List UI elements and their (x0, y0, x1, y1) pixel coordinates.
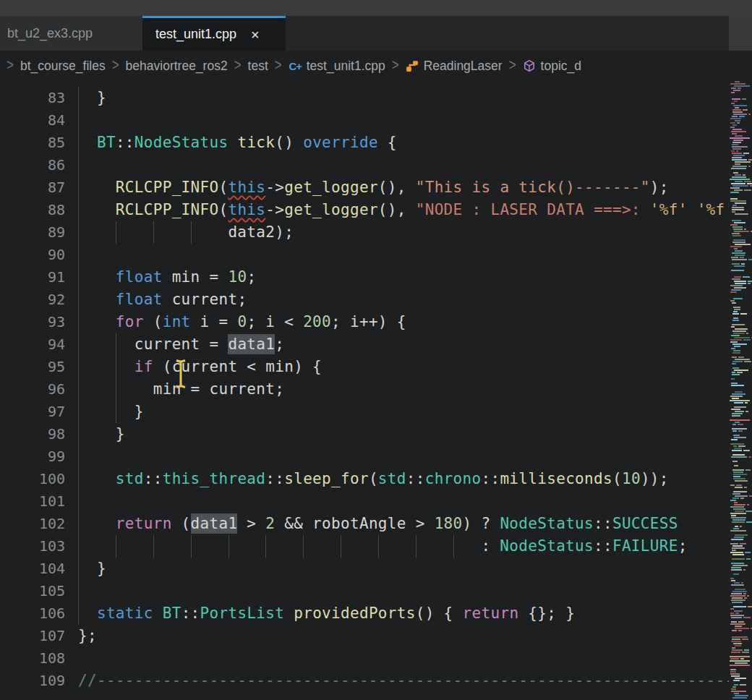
breadcrumb-item-folder[interactable]: behaviortree_ros2 (126, 59, 228, 74)
code-token: override (303, 134, 378, 151)
code-token: float (116, 291, 163, 308)
code-text: return (data1 > 2 && robotAngle > 180) ?… (78, 513, 678, 535)
code-line[interactable]: 91 float min = 10; (0, 266, 729, 289)
code-token (284, 605, 294, 622)
line-number: 108 (0, 647, 65, 670)
code-text: RCLCPP_INFO(this->get_logger(), "NODE : … (78, 199, 729, 221)
breadcrumb-item-file[interactable]: test_unit1.cpp (307, 59, 385, 74)
code-line[interactable]: 87 RCLCPP_INFO(this->get_logger(), "This… (0, 176, 729, 199)
code-token (78, 268, 116, 286)
code-text: for (int i = 0; i < 200; i++) { (78, 311, 406, 333)
code-token (78, 537, 481, 555)
breadcrumb-item-folder[interactable]: bt_course_files (20, 59, 106, 74)
code-token: { (378, 134, 397, 151)
code-token: static (97, 605, 153, 622)
line-number: 86 (0, 154, 65, 176)
code-line[interactable]: 92 float current; (0, 289, 729, 311)
line-number: 95 (0, 356, 65, 378)
line-number: 84 (0, 109, 65, 132)
code-token: 0 (237, 313, 247, 330)
code-text: } (78, 87, 106, 109)
indent-guide-icon (78, 445, 79, 468)
code-line[interactable]: 105 (0, 580, 729, 602)
code-line[interactable]: 90 (0, 244, 729, 266)
code-token: 10 (228, 268, 247, 286)
code-line[interactable]: 107}; (0, 625, 729, 647)
code-text: float min = 10; (78, 266, 256, 289)
code-line[interactable]: 95 if (current < min) { (0, 356, 729, 378)
line-number: 107 (0, 625, 65, 647)
breadcrumb-item-class[interactable]: ReadingLaser (424, 59, 503, 74)
line-number: 102 (0, 513, 65, 535)
tab-test_unit1[interactable]: test_unit1.cpp × (142, 16, 286, 51)
code-token: } (78, 560, 106, 577)
code-token: std (116, 470, 144, 487)
line-number: 101 (0, 490, 65, 513)
code-line[interactable]: 94 current = data1; (0, 333, 729, 356)
code-token: ( (144, 313, 163, 330)
symbol-field-icon (523, 59, 537, 73)
close-icon[interactable]: × (248, 27, 262, 42)
code-text: RCLCPP_INFO(this->get_logger(), "This is… (78, 176, 669, 199)
code-token: -> (265, 201, 284, 218)
code-line[interactable]: 85 BT::NodeStatus tick() override { (0, 132, 729, 154)
minimap[interactable] (729, 81, 752, 700)
code-line[interactable]: 84 (0, 109, 729, 132)
code-token: (), (378, 179, 416, 196)
code-text: } (78, 423, 125, 445)
code-text: static BT::PortsList providedPorts() { r… (78, 602, 575, 625)
code-line[interactable]: 98 } (0, 423, 729, 445)
code-line[interactable]: 106 static BT::PortsList providedPorts()… (0, 602, 729, 625)
code-token: :: (406, 470, 425, 487)
code-token: ; i++) { (331, 313, 406, 330)
code-line[interactable]: 83 } (0, 87, 729, 109)
code-token: RCLCPP_INFO (116, 201, 219, 218)
breadcrumb-item-folder[interactable]: test (248, 59, 268, 74)
code-text: } (78, 558, 106, 580)
code-line[interactable]: 93 for (int i = 0; i < 200; i++) { (0, 311, 729, 333)
code-token: current = (78, 336, 228, 353)
code-line[interactable]: 100 std::this_thread::sleep_for(std::chr… (0, 468, 729, 490)
code-line[interactable]: 108 (0, 647, 729, 670)
line-number: 92 (0, 289, 65, 311)
code-token: FAILURE (612, 537, 678, 555)
code-token: : (481, 537, 500, 555)
code-token: ; (678, 537, 688, 555)
code-token (78, 291, 116, 308)
code-line[interactable]: 97 } (0, 401, 729, 423)
breadcrumb-item-symbol[interactable]: topic_d (541, 59, 581, 74)
code-line[interactable]: 102 return (data1 > 2 && robotAngle > 18… (0, 513, 729, 535)
code-text: //--------------------------------------… (78, 670, 729, 692)
line-number: 87 (0, 176, 65, 199)
code-token: float (116, 268, 163, 286)
code-token: :: (481, 470, 500, 487)
code-line[interactable]: 104 } (0, 558, 729, 580)
code-token: ) ? (463, 515, 500, 532)
code-line[interactable]: 101 (0, 490, 729, 513)
code-line[interactable]: 96 min = current; (0, 378, 729, 401)
code-token: BT (97, 134, 116, 151)
code-token: 180 (435, 515, 463, 532)
code-token: > (237, 515, 265, 532)
code-line[interactable]: 86 (0, 154, 729, 176)
code-text: current = data1; (78, 333, 284, 356)
breadcrumb: > bt_course_files > behaviortree_ros2 > … (0, 51, 752, 81)
code-text: std::this_thread::sleep_for(std::chrono:… (78, 468, 669, 490)
tab-bt_u2_ex3[interactable]: bt_u2_ex3.cpp (0, 16, 142, 51)
chevron-right-icon: > (234, 57, 242, 75)
chevron-right-icon: > (275, 57, 282, 75)
code-line[interactable]: 88 RCLCPP_INFO(this->get_logger(), "NODE… (0, 199, 729, 221)
code-token: (), (378, 201, 416, 218)
code-token: -> (265, 179, 284, 196)
code-token: //--------------------------------------… (78, 672, 729, 689)
code-line[interactable]: 109//-----------------------------------… (0, 670, 729, 692)
code-line[interactable]: 99 (0, 445, 729, 468)
code-editor[interactable]: 83 }8485 BT::NodeStatus tick() override … (0, 81, 729, 700)
code-token: std (378, 470, 406, 487)
code-line[interactable]: 89 data2); (0, 221, 729, 244)
code-token: NodeStatus (500, 537, 594, 555)
code-token: ( (369, 470, 378, 487)
code-token: && robotAngle > (275, 515, 434, 532)
code-line[interactable]: 103 : NodeStatus::FAILURE; (0, 535, 729, 558)
code-token: min = current; (78, 380, 284, 398)
